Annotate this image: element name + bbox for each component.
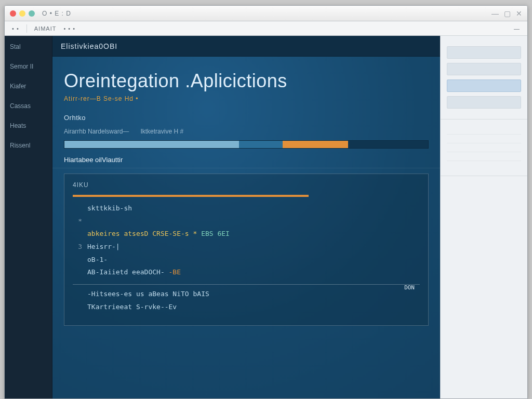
main-header: Elistivkiea0OBI [52,36,440,57]
code-panel: 4IKU skttkkib-sh * abkeires atsesD CRSE-… [64,174,429,326]
progress-segment [64,141,239,148]
body: Stal Semor II Kiafer Cassas Heats Rissen… [5,36,527,398]
code-line: * [73,215,420,228]
code-line: skttkkib-sh [73,202,420,215]
code-line: TKartrieeat S-rvke--Ev [73,301,420,314]
tabs-row: Airarrhb Nardelsward— Iktketravive H # [52,127,440,140]
right-item[interactable] [447,46,521,59]
tab[interactable]: Iktketravive H # [140,128,183,135]
traffic-light-close-icon[interactable] [10,10,16,17]
sidebar-item[interactable]: Kiafer [10,83,47,90]
traffic-light-max-icon[interactable] [29,10,35,17]
titlebar-right: — ▢ ✕ [491,9,522,18]
code-line: abkeires atsesD CRSE-SE-s * EBS 6EI [73,228,420,241]
traffic-light-min-icon[interactable] [19,10,25,17]
right-group [441,36,527,119]
code-line: -Hitsees-es us aBeas NiTO bAISDON [73,288,420,301]
right-list [441,119,527,176]
right-item[interactable] [447,63,521,75]
toolbar-item[interactable]: • • [12,25,19,32]
right-item[interactable] [447,96,521,109]
code-line: 3Heisrr-| [73,241,420,254]
code-block: skttkkib-sh * abkeires atsesD CRSE-SE-s … [73,202,420,314]
sidebar-item[interactable]: Semor II [10,63,47,70]
sidebar-left: Stal Semor II Kiafer Cassas Heats Rissen… [5,36,52,398]
close-icon[interactable]: ✕ [516,9,522,18]
panel-divider [73,284,420,285]
minimize-icon[interactable]: — [491,9,499,18]
window-title: O • E : D [42,10,71,17]
progress-segment [239,141,283,148]
right-list-row[interactable] [447,161,521,169]
sidebar-item[interactable]: Rissenl [10,142,47,149]
sidebar-item[interactable]: Stal [10,43,47,50]
annotation-tag: DON [402,282,417,295]
toolbar-separator [26,24,27,33]
progress-bar [64,140,429,149]
titlebar: O • E : D — ▢ ✕ [5,6,527,21]
panel-field-label: 4IKU [73,181,420,189]
mini-progress [73,195,309,197]
section-label: Orhtko [52,111,440,127]
sidebar-item[interactable]: Cassas [10,102,47,110]
toolbar-item[interactable]: AIMAIT [34,25,57,32]
sidebar-right [440,36,527,398]
toolbar-item[interactable]: — [514,25,520,32]
right-item[interactable] [447,79,521,92]
progress-segment [283,141,348,148]
page-subline: Atirr-rer—B Se-se Hd • [52,95,440,111]
page-title: Oreintegation .Aplicictions [52,57,440,95]
right-list-row[interactable] [447,143,521,152]
toolbar-item[interactable]: • • • [63,25,75,32]
code-line: AB-Iaiietd eeaDOCH- -BE [73,266,420,279]
right-list-row[interactable] [447,126,521,135]
sidebar-item[interactable]: Heats [10,122,47,129]
main-panel: Elistivkiea0OBI Oreintegation .Aplicicti… [52,36,440,398]
code-line: oB-1- [73,254,420,267]
right-list-row[interactable] [447,152,521,161]
header-tab[interactable]: Elistivkiea0OBI [61,42,117,50]
tab[interactable]: Airarrhb Nardelsward— [64,128,129,135]
right-list-row[interactable] [447,135,521,143]
progress-wrap [52,140,440,149]
toolbar: • • AIMAIT • • • — [5,21,527,36]
subsection-label: Hiartabee oilViauttir [52,156,440,168]
maximize-icon[interactable]: ▢ [504,9,511,18]
app-window: O • E : D — ▢ ✕ • • AIMAIT • • • — Stal … [4,5,528,399]
